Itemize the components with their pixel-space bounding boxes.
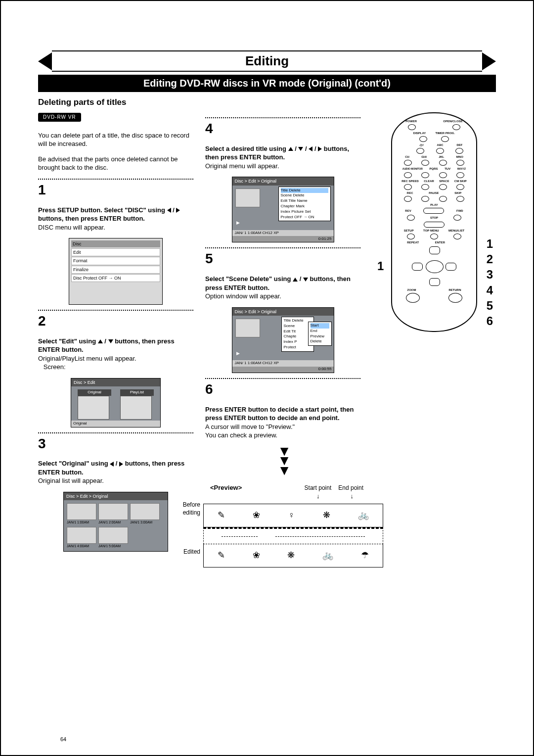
skip-prev-icon [439,196,447,202]
playlist-footer: Original [71,421,160,427]
remote-button-icon [421,184,429,190]
remote-callout-right: 1 2 3 4 5 6 [487,236,493,329]
menulist-button-icon [453,234,461,239]
breadcrumb: Disc > Edit > Original [232,177,334,185]
step5-instruction: Select "Scene Delete" using / buttons, t… [205,275,351,291]
pause-button-icon [421,196,429,202]
step6-result-2: You can check a preview. [205,431,277,439]
left-arrow-icon [110,462,114,467]
callout-num: 6 [487,313,493,329]
original-list-screen: Disc > Edit > Original JAN/1 1:00AM JAN/… [63,492,168,552]
thumb-label: JAN/1 2:00AM [98,520,128,524]
popup-item: Title Delete [284,318,312,324]
frame-icon: ♀ [288,509,295,521]
key-label: PAUSE [429,191,439,195]
key-label: ENTER [435,240,445,244]
power-button-icon [408,124,416,130]
key-label: ABC [437,143,444,147]
thumb-icon [67,503,96,520]
key-label: CLEAR [424,179,434,183]
breadcrumb: Disc > Edit > Original [232,308,334,316]
dpad-up-icon [429,246,440,254]
preview-heading: <Preview> [210,483,242,492]
left-arrow-icon [167,208,171,213]
key-label: .@/ [419,143,423,147]
original-tile-label: Original [78,389,111,396]
remote-callout-left-1: 1 [377,258,384,274]
page-number: 64 [60,736,66,743]
up-arrow-icon [288,147,293,151]
remote-label-openclose: OPEN/CLOSE [443,119,462,123]
banner-arrow-left-icon [38,52,52,70]
remote-button-icon [456,184,464,190]
popup-item: Protect [284,345,312,350]
disc-menu-item: Finalize [71,266,160,274]
step2-instruction: Select "Edit" using / buttons, then pres… [38,337,175,354]
key-label: REV [405,209,411,213]
callout-num: 5 [487,298,493,313]
down-arrow-icon [298,147,303,151]
thumb-label: JAN/1 3:00AM [130,520,160,524]
callout-num: 1 [487,236,493,251]
key-9-icon [456,172,464,178]
step6-result-1: A cursor will move to "Preview." [205,423,295,430]
remote-button-icon [419,136,427,142]
remote-label-display: DISPLAY [413,131,426,135]
section-banner: Editing [38,50,496,72]
title-popup-screen: Disc > Edit > Original Title Delete Scen… [232,177,334,242]
frame-icon: ❋ [287,549,295,561]
thumb-label: JAN/1 4:00AM [67,544,96,548]
film-row-gap [203,527,383,544]
key-label: JKL [439,155,444,159]
thumb-icon [235,189,260,207]
direction-pad [407,246,461,286]
preview-diagram: <Preview> Start point End point ↓↓ Befor… [171,483,383,567]
callout-num: 3 [487,267,493,282]
disc-menu-item: Format [71,257,160,265]
popup-item: Protect OFF → ON [281,215,328,220]
time-position: 0:01:25 [318,236,332,242]
key-label: WXYZ [457,167,466,171]
playlist-tile-label: PlayList [120,389,154,396]
popup-item: Preview [311,334,329,339]
step3-instruction: Select "Original" using / buttons, then … [38,460,184,476]
manual-page: Editing Editing DVD-RW discs in VR mode … [0,0,534,756]
key-label: SPACE [439,179,449,183]
rec-button-icon [404,196,412,202]
column-middle: 4 Select a desired title using / / / but… [205,112,360,567]
key-label: GHI [421,155,427,159]
popup-item: Index P [284,339,312,345]
key-label: REC SPEED [401,179,419,183]
original-tile-icon [78,396,109,420]
dotted-rule [205,378,360,379]
dotted-rule [38,432,193,433]
eject-button-icon [452,124,460,130]
key-label: AUDIO MONITOR [402,167,423,171]
popup-item: Chapter Mark [281,204,328,209]
dotted-rule [38,310,193,311]
before-editing-label: Before editing [171,501,203,517]
popup-item: Index Picture Set [281,209,328,215]
setup-button-icon [407,234,415,239]
right-arrow-icon [176,208,180,213]
playlist-tile-icon [120,396,152,420]
key-label: MENU/LIST [448,229,464,233]
dotted-rule [38,179,193,180]
popup-item: End [311,329,329,334]
key-label: DEF [457,143,463,147]
frame-icon: ❋ [323,509,330,521]
remote-button-icon [404,184,412,190]
key-label: PLAY [430,203,438,207]
fwd-button-icon [453,215,461,221]
key-label: TUV [445,167,450,171]
step-number-3: 3 [38,434,193,453]
key-label: RETURN [449,288,461,292]
key-label: TOP MENU [423,229,439,233]
banner-title: Editing [52,50,482,72]
rev-button-icon [407,215,415,221]
popup-item: Start [311,323,329,329]
thumb-icon [98,527,128,544]
disc-menu-title: Disc [71,240,160,247]
step-number-5: 5 [205,249,360,268]
intro-paragraph-1: You can delete part of a title, the disc… [38,131,193,148]
